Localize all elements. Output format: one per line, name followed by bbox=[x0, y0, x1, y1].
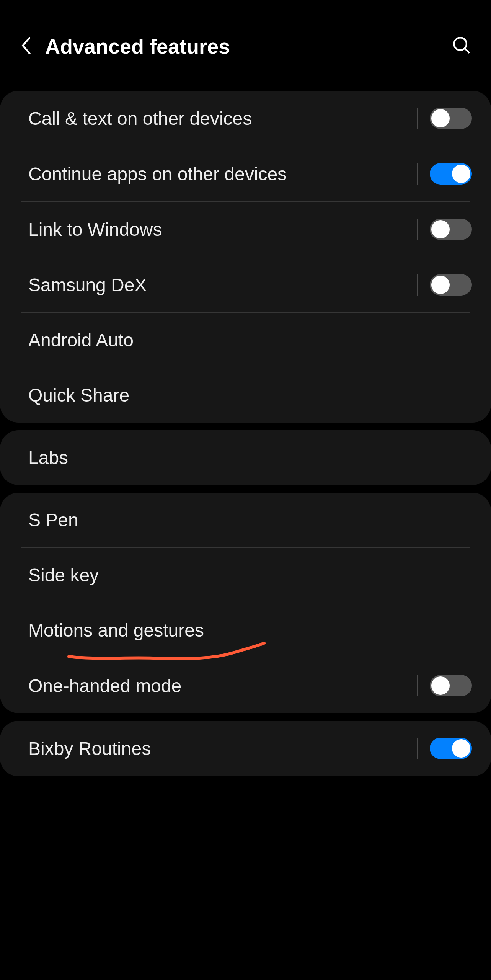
toggle-continue-apps[interactable] bbox=[430, 163, 472, 185]
row-label: Bixby Routines bbox=[28, 738, 417, 759]
row-label: One-handed mode bbox=[28, 675, 417, 696]
settings-section-bixby: Bixby Routines bbox=[0, 721, 491, 776]
page-title: Advanced features bbox=[45, 34, 452, 58]
toggle-wrap bbox=[417, 738, 472, 759]
row-label: Android Auto bbox=[28, 330, 472, 351]
vertical-divider bbox=[417, 675, 418, 696]
toggle-bixby-routines[interactable] bbox=[430, 738, 472, 759]
vertical-divider bbox=[417, 163, 418, 185]
toggle-call-text-other-devices[interactable] bbox=[430, 108, 472, 129]
row-label: Quick Share bbox=[28, 385, 472, 406]
row-label: Continue apps on other devices bbox=[28, 163, 417, 185]
row-bixby-routines[interactable]: Bixby Routines bbox=[0, 721, 491, 776]
toggle-wrap bbox=[417, 274, 472, 296]
row-label: S Pen bbox=[28, 510, 472, 531]
toggle-wrap bbox=[417, 219, 472, 240]
row-label: Side key bbox=[28, 565, 472, 586]
row-quick-share[interactable]: Quick Share bbox=[0, 368, 491, 423]
toggle-one-handed-mode[interactable] bbox=[430, 675, 472, 696]
back-icon[interactable] bbox=[19, 35, 34, 58]
header-bar: Advanced features bbox=[0, 0, 491, 77]
row-labs[interactable]: Labs bbox=[0, 430, 491, 485]
row-continue-apps[interactable]: Continue apps on other devices bbox=[0, 146, 491, 201]
row-side-key[interactable]: Side key bbox=[0, 548, 491, 603]
toggle-wrap bbox=[417, 108, 472, 129]
row-label: Call & text on other devices bbox=[28, 108, 417, 129]
settings-section-input: S Pen Side key Motions and gestures One-… bbox=[0, 493, 491, 713]
row-samsung-dex[interactable]: Samsung DeX bbox=[0, 257, 491, 312]
toggle-link-to-windows[interactable] bbox=[430, 219, 472, 240]
settings-section-labs: Labs bbox=[0, 430, 491, 485]
row-label: Link to Windows bbox=[28, 219, 417, 240]
row-link-to-windows[interactable]: Link to Windows bbox=[0, 202, 491, 257]
toggle-wrap bbox=[417, 163, 472, 185]
toggle-samsung-dex[interactable] bbox=[430, 274, 472, 296]
vertical-divider bbox=[417, 108, 418, 129]
row-motions-gestures[interactable]: Motions and gestures bbox=[0, 603, 491, 658]
row-s-pen[interactable]: S Pen bbox=[0, 493, 491, 547]
settings-section-connectivity: Call & text on other devices Continue ap… bbox=[0, 91, 491, 423]
vertical-divider bbox=[417, 219, 418, 240]
svg-line-1 bbox=[465, 49, 470, 53]
row-one-handed-mode[interactable]: One-handed mode bbox=[0, 658, 491, 713]
row-call-text-other-devices[interactable]: Call & text on other devices bbox=[0, 91, 491, 146]
toggle-wrap bbox=[417, 675, 472, 696]
vertical-divider bbox=[417, 738, 418, 759]
row-android-auto[interactable]: Android Auto bbox=[0, 313, 491, 368]
divider bbox=[21, 776, 470, 776]
svg-point-0 bbox=[454, 38, 467, 50]
row-label: Samsung DeX bbox=[28, 274, 417, 296]
row-label: Motions and gestures bbox=[28, 620, 472, 641]
vertical-divider bbox=[417, 274, 418, 296]
row-label: Labs bbox=[28, 447, 472, 468]
search-icon[interactable] bbox=[452, 36, 472, 57]
